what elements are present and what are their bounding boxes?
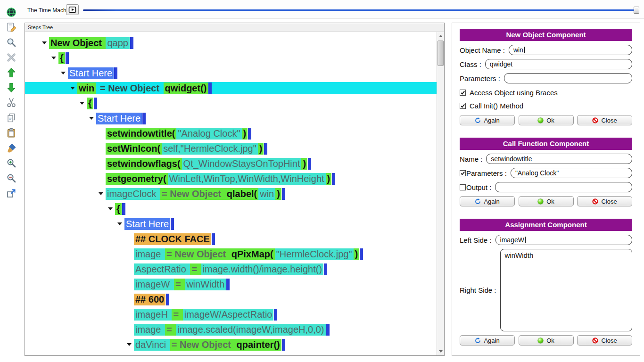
paste-icon[interactable]: [6, 128, 17, 138]
close-button[interactable]: Close: [577, 335, 632, 346]
code-segment: "Analog Clock": [176, 128, 241, 140]
checkbox-label: Access Object using Braces: [470, 89, 558, 97]
code-segment: "HermleClock.jpg": [275, 248, 354, 260]
tree-row[interactable]: AspectRatio = image.width()/image.height…: [25, 262, 437, 277]
ok-button[interactable]: Ok: [519, 335, 574, 346]
code-segment: image: [134, 248, 165, 260]
delete-step-icon[interactable]: [6, 52, 17, 63]
tree-row[interactable]: setgeometry(WinLeft,WinTop,WinWidth,WinH…: [25, 171, 437, 186]
tree-row[interactable]: image = image.scaled(imageW,imageH,0,0): [25, 322, 437, 337]
code-segment: {: [87, 98, 93, 109]
function-parameters-input-checkbox[interactable]: [460, 170, 466, 176]
expand-arrow-icon[interactable]: [41, 41, 49, 44]
button-label: Close: [601, 198, 617, 205]
expand-arrow-icon[interactable]: [107, 207, 115, 210]
expand-arrow-icon[interactable]: [116, 222, 124, 225]
class-input[interactable]: qwidget: [485, 59, 632, 69]
line-end-marker: [94, 98, 97, 109]
code-segment: ): [242, 128, 248, 140]
right-side-input[interactable]: winWidth: [500, 249, 632, 331]
tree-row[interactable]: ## 600: [25, 292, 437, 307]
line-end-marker: [226, 279, 230, 290]
tree-row[interactable]: setWinIcon(self,"HermleClock.jpg"): [25, 141, 437, 156]
line-end-marker: [282, 339, 285, 351]
run-button[interactable]: [66, 4, 79, 15]
copy-icon[interactable]: [6, 113, 17, 123]
expand-arrow-icon[interactable]: [50, 57, 58, 59]
steps-tree-title: Steps Tree: [25, 23, 444, 32]
tree-row[interactable]: imageH = imageW/AspectRatio: [25, 307, 437, 322]
tree-row[interactable]: Start Here: [25, 111, 437, 126]
field-row: Left Side :imageW: [460, 235, 632, 245]
again-button[interactable]: Again: [460, 196, 515, 206]
tree-row[interactable]: {: [25, 96, 437, 111]
expand-arrow-icon[interactable]: [126, 343, 134, 346]
tree-row[interactable]: Start Here: [25, 66, 437, 81]
tree-row[interactable]: setwindowtitle("Analog Clock"): [25, 126, 437, 141]
search-icon[interactable]: [6, 37, 17, 48]
object-name-input[interactable]: win: [509, 45, 632, 55]
left-side-input[interactable]: imageW: [495, 235, 632, 245]
expand-arrow-icon[interactable]: [98, 192, 106, 195]
field-label: Right Side :: [460, 286, 496, 294]
scrollbar-thumb[interactable]: [438, 41, 444, 66]
tree-row[interactable]: Start Here: [25, 216, 437, 231]
function-name-input[interactable]: setwindowtitle: [486, 154, 632, 164]
call-init-checkbox[interactable]: [460, 103, 466, 109]
line-end-marker: [66, 52, 69, 64]
again-button[interactable]: Again: [460, 335, 515, 346]
again-button[interactable]: Again: [460, 115, 515, 125]
access-braces-checkbox[interactable]: [460, 90, 466, 96]
timeline-slider[interactable]: [83, 6, 639, 14]
zoom-out-icon[interactable]: [6, 173, 17, 183]
globe-icon[interactable]: [6, 7, 17, 17]
tree-row[interactable]: New Object qapp: [25, 35, 437, 50]
expand-arrow-icon[interactable]: [88, 117, 96, 120]
zoom-in-icon[interactable]: [6, 158, 17, 168]
ok-button[interactable]: Ok: [519, 196, 574, 206]
tree-row[interactable]: {: [25, 201, 437, 216]
steps-tree-panel: Steps Tree New Object qapp{Start Herewin…: [25, 23, 445, 356]
tree-row[interactable]: daVinci = New Object qpainter(): [25, 337, 437, 352]
code-segment: daVinci: [134, 339, 170, 351]
scroll-down-icon[interactable]: [437, 348, 444, 355]
tree-row[interactable]: ## CLOCK FACE: [25, 231, 437, 247]
code-segment: = New Object: [170, 339, 235, 351]
expand-arrow-icon[interactable]: [69, 87, 77, 90]
tree-scrollbar[interactable]: [437, 32, 444, 355]
function-output-input-checkbox[interactable]: [460, 184, 466, 190]
detach-window-icon[interactable]: [6, 188, 17, 198]
text-cursor: [524, 47, 525, 53]
parameters-input[interactable]: [504, 73, 632, 83]
tree-row[interactable]: imageClock = New Object qlabel(win): [25, 186, 437, 201]
function-output-input[interactable]: [495, 182, 632, 192]
tree-row[interactable]: {: [25, 50, 437, 66]
function-parameters-input[interactable]: "Analog Clock": [511, 168, 632, 178]
code-segment: ): [275, 188, 281, 200]
field-row: Object Name :win: [460, 45, 632, 55]
tree-row[interactable]: image = New Object qPixMap("HermleClock.…: [25, 247, 437, 262]
move-up-icon[interactable]: [6, 67, 17, 78]
clean-icon[interactable]: [6, 143, 17, 153]
close-button[interactable]: Close: [577, 115, 632, 125]
expand-arrow-icon[interactable]: [60, 72, 68, 74]
scroll-up-icon[interactable]: [437, 33, 444, 40]
move-down-icon[interactable]: [6, 82, 17, 93]
code-segment: =: [165, 324, 176, 336]
slider-handle[interactable]: [634, 7, 639, 14]
close-button[interactable]: Close: [577, 196, 632, 206]
cut-icon[interactable]: [6, 98, 17, 108]
ok-button[interactable]: Ok: [519, 115, 574, 125]
code-segment: {: [115, 203, 122, 215]
tree-row[interactable]: setwindowflags(Qt_WindowStaysOnTopHint): [25, 156, 437, 171]
expand-arrow-icon[interactable]: [79, 102, 87, 105]
line-end-marker: [282, 188, 285, 200]
field-label: Output :: [466, 183, 491, 191]
button-label: Again: [484, 337, 499, 344]
tree-row[interactable]: win = New Object qwidget(): [25, 81, 437, 96]
button-label: Again: [484, 117, 499, 124]
input-value: qwidget: [490, 60, 512, 68]
tree-row[interactable]: imageW = winWidth: [25, 277, 437, 292]
edit-steps-icon[interactable]: [6, 22, 17, 33]
line-end-marker: [142, 113, 146, 124]
